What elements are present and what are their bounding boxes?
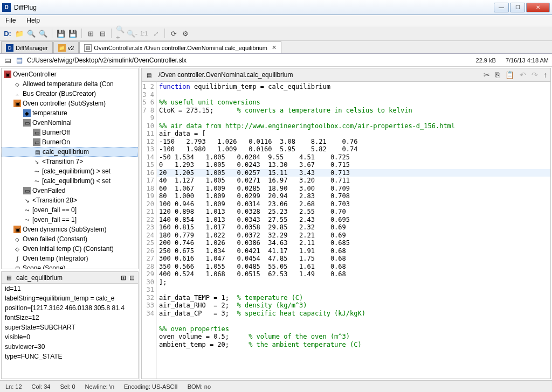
gear-icon[interactable]: ⚙ — [181, 29, 190, 38]
script-icon: ▤ — [84, 44, 92, 52]
save-all-icon[interactable]: 💾 — [68, 29, 77, 38]
file-size: 22.9 kB — [476, 57, 496, 64]
tree-item[interactable]: <Transition 28> — [32, 197, 77, 204]
app-home-icon[interactable]: D: — [3, 29, 12, 38]
status-bom: BOM: no — [188, 383, 211, 390]
tree-item[interactable]: OvenNominal — [32, 119, 72, 127]
tab-diffmanager[interactable]: D DiffManager — [1, 41, 53, 53]
prop-row: superState=SUBCHART — [2, 323, 138, 332]
tab-label: OvenController.slx /Oven controller.Oven… — [94, 45, 267, 51]
tree-item[interactable]: temperature — [32, 109, 67, 117]
minimize-button[interactable]: — — [494, 3, 509, 12]
editor-tabbar: D DiffManager 📁 v2 ▤ OvenController.slx … — [0, 41, 552, 54]
cut-icon[interactable]: ✂ — [484, 71, 490, 79]
prop-row: subviewer=30 — [2, 342, 138, 352]
state-icon: ▭ — [23, 119, 31, 127]
status-bar: Ln: 12 Col: 34 Sel: 0 Newline: \n Encodi… — [0, 380, 552, 392]
editor-header: ▤ /Oven controller.OvenNominal.calc_equi… — [141, 68, 551, 82]
prop-row: id=11 — [2, 284, 138, 293]
tree-item[interactable]: [calc_equilibrium() > set — [42, 167, 111, 175]
constant-icon: ◇ — [13, 80, 21, 88]
tree-item[interactable]: [calc_equilibrium() < set — [42, 177, 111, 185]
tree-item[interactable]: <Transition 7> — [42, 158, 83, 165]
tab-label: DiffManager — [16, 45, 48, 51]
zoom-reset-icon[interactable]: 1:1 — [140, 29, 148, 38]
tree-item[interactable]: Oven initial temp (C) (Constant) — [23, 245, 114, 253]
tree-item[interactable]: [oven_fail == 1] — [32, 216, 77, 223]
tree-item[interactable]: [oven_fail == 0] — [32, 206, 77, 214]
tree-item[interactable]: Allowed temperature delta (Con — [23, 80, 114, 88]
folder-open-icon[interactable]: 📁 — [15, 29, 24, 38]
tab-v2[interactable]: 📁 v2 — [53, 41, 79, 53]
diffmanager-icon: D — [6, 44, 13, 52]
guard-icon: ⤳ — [33, 177, 40, 185]
expand-icon[interactable]: ⊞ — [86, 29, 95, 38]
path-bar: 🖴 ▤ C:/Users/etwigg/Desktop/v2/simulink/… — [0, 54, 552, 67]
properties-title: calc_equilibrium — [16, 274, 63, 282]
tree-item[interactable]: Bus Creator (BusCreator) — [23, 90, 96, 97]
paste-icon[interactable]: 📋 — [505, 71, 514, 79]
transition-icon: ↘ — [33, 158, 40, 165]
tree-item[interactable]: Scone (Scone) — [23, 264, 65, 269]
status-sel: Sel: 0 — [60, 383, 75, 390]
tree-item[interactable]: BurnerOff — [42, 129, 70, 136]
window-titlebar: D DiffPlug — ☐ ✕ — [0, 0, 552, 15]
bus-icon: ⫠ — [13, 90, 21, 97]
properties-panel: ▤ calc_equilibrium ⊞ ⊟ id=11 labelString… — [1, 271, 139, 379]
model-icon: ▣ — [4, 71, 11, 78]
constant-icon: ◇ — [13, 235, 21, 243]
tab-ovencontroller[interactable]: ▤ OvenController.slx /Oven controller.Ov… — [79, 41, 281, 53]
main-toolbar: D: 📁 🔍 🔍 💾 💾 ⊞ ⊟ 🔍+ 🔍- 1:1 ⤢ ⟳ ⚙ — [0, 26, 552, 41]
model-tree[interactable]: ▣OvenController ◇Allowed temperature del… — [1, 68, 139, 269]
refresh-icon[interactable]: ⟳ — [169, 29, 178, 38]
maximize-button[interactable]: ☐ — [510, 3, 525, 12]
copy-icon[interactable]: ⎘ — [495, 71, 500, 79]
close-button[interactable]: ✕ — [526, 3, 550, 12]
code-editor[interactable]: function equilibrium_temp = calc_equilib… — [157, 82, 550, 379]
menu-file[interactable]: File — [2, 16, 19, 25]
disk-icon[interactable]: 🖴 — [3, 56, 12, 65]
search-icon[interactable]: 🔍 — [27, 29, 36, 38]
properties-list: id=11 labelString=equilibrium_temp = cal… — [2, 284, 138, 379]
tree-item[interactable]: Oven temp (Integrator) — [23, 255, 88, 262]
zoom-in-icon[interactable]: 🔍+ — [116, 29, 125, 38]
expand-icon[interactable]: ⊞ — [121, 274, 126, 282]
prop-row: fontSize=12 — [2, 313, 138, 323]
tree-item[interactable]: BurnerOn — [42, 138, 70, 146]
guard-icon: ⤳ — [23, 206, 31, 214]
up-arrow-icon[interactable]: ↑ — [543, 71, 547, 79]
find-icon[interactable]: 🔍 — [39, 29, 47, 38]
tree-item-selected[interactable]: calc_equilibrium — [43, 148, 89, 156]
zoom-fit-icon[interactable]: ⤢ — [151, 29, 160, 38]
collapse-icon[interactable]: ⊟ — [98, 29, 107, 38]
subsystem-icon: ▣ — [13, 226, 21, 233]
zoom-out-icon[interactable]: 🔍- — [128, 29, 136, 38]
tree-item[interactable]: Oven failed (Constant) — [23, 235, 87, 243]
constant-icon: ◇ — [13, 245, 21, 253]
menu-help[interactable]: Help — [23, 16, 43, 25]
line-gutter: 1 2 3 4 5 6 7 8 9 10 11 12 13 14 15 16 1… — [142, 82, 157, 379]
folder-icon: 📁 — [58, 44, 66, 52]
tree-item[interactable]: OvenFailed — [32, 187, 65, 194]
state-icon: ▭ — [33, 129, 40, 136]
tab-close-icon[interactable]: ✕ — [272, 44, 277, 51]
tree-item[interactable]: OvenController — [13, 71, 57, 78]
editor-breadcrumb: /Oven controller.OvenNominal.calc_equili… — [158, 71, 479, 79]
state-icon: ▭ — [23, 187, 31, 194]
tree-item[interactable]: Oven dynamics (SubSystem) — [23, 226, 106, 233]
transition-icon: ↘ — [23, 197, 31, 204]
file-date: 7/16/13 4:18 AM — [506, 57, 549, 64]
simulink-icon[interactable]: ▤ — [15, 56, 24, 65]
status-newline: Newline: \n — [85, 383, 114, 390]
tree-item[interactable]: Oven controller (SubSystem) — [23, 100, 106, 107]
status-col: Col: 34 — [32, 383, 51, 390]
guard-icon: ⤳ — [33, 167, 40, 175]
signal-icon: ◆ — [23, 109, 31, 117]
undo-icon[interactable]: ↶ — [520, 71, 526, 79]
tab-label: v2 — [68, 45, 74, 51]
redo-icon[interactable]: ↷ — [532, 71, 538, 79]
file-path: C:/Users/etwigg/Desktop/v2/simulink/Oven… — [27, 57, 466, 64]
collapse-icon[interactable]: ⊟ — [129, 274, 135, 282]
state-icon: ▭ — [33, 138, 40, 146]
save-icon[interactable]: 💾 — [57, 29, 65, 38]
